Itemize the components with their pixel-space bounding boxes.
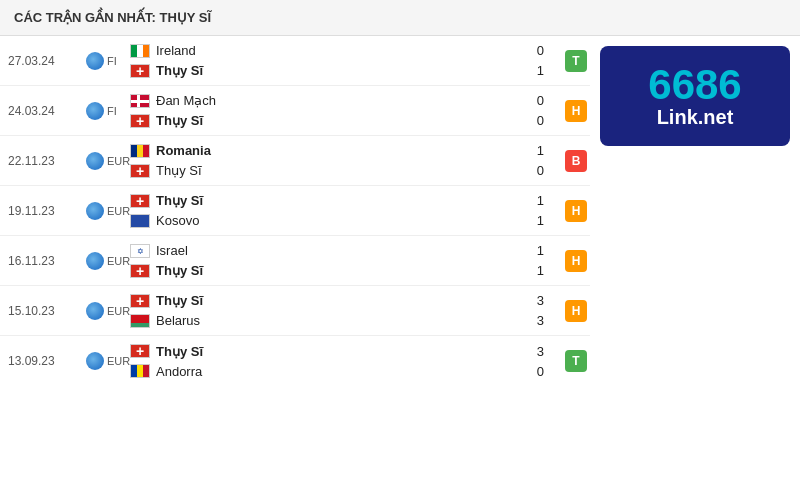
match-competition: EUR [86,352,136,370]
table-row: 24.03.24FIĐan Mạch0Thụy Sĩ0H [0,86,590,136]
team-name: Ireland [156,43,196,58]
team-name: Thụy Sĩ [156,113,203,128]
match-left-info: 16.11.23EUR [0,236,130,285]
team-row: Thụy Sĩ0 [130,162,554,179]
team-row: Romania1 [130,142,554,159]
advertisement-section[interactable]: 6686 Link.net [590,36,800,500]
match-date: 19.11.23 [8,204,80,218]
team-score: 0 [534,43,554,58]
match-competition: EUR [86,252,136,270]
table-row: 15.10.23EURThụy Sĩ3Belarus3H [0,286,590,336]
result-badge[interactable]: B [565,150,587,172]
teams-scores: Đan Mạch0Thụy Sĩ0 [130,86,554,135]
team-row: Belarus3 [130,312,554,329]
result-badge[interactable]: H [565,100,587,122]
match-left-info: 13.09.23EUR [0,336,130,386]
match-left-info: 27.03.24FI [0,36,130,85]
team-score: 1 [534,263,554,278]
match-competition: EUR [86,152,136,170]
ad-link: Link.net [657,106,734,129]
teams-scores: Romania1Thụy Sĩ0 [130,136,554,185]
team-name: Thụy Sĩ [156,163,202,178]
match-left-info: 24.03.24FI [0,86,130,135]
result-badge-container: H [554,236,590,285]
team-score: 1 [534,143,554,158]
match-date: 15.10.23 [8,304,80,318]
ad-number: 6686 [648,64,741,106]
header-title: CÁC TRẬN GẦN NHẤT: THỤY SĨ [14,10,211,25]
result-badge-container: H [554,286,590,335]
team-row: Kosovo1 [130,212,554,229]
team-score: 1 [534,243,554,258]
globe-icon [86,302,104,320]
team-name: Israel [156,243,188,258]
team-row: Andorra0 [130,363,554,380]
table-row: 22.11.23EURRomania1Thụy Sĩ0B [0,136,590,186]
team-score: 1 [534,213,554,228]
competition-label: FI [107,55,117,67]
team-score: 0 [534,93,554,108]
globe-icon [86,102,104,120]
team-score: 3 [534,293,554,308]
table-row: 19.11.23EURThụy Sĩ1Kosovo1H [0,186,590,236]
team-row: Đan Mạch0 [130,92,554,109]
team-name: Kosovo [156,213,199,228]
match-left-info: 22.11.23EUR [0,136,130,185]
result-badge[interactable]: H [565,200,587,222]
result-badge-container: T [554,36,590,85]
competition-label: EUR [107,355,130,367]
match-date: 13.09.23 [8,354,80,368]
competition-label: EUR [107,155,130,167]
table-row: 27.03.24FIIreland0Thụy Sĩ1T [0,36,590,86]
result-badge-container: H [554,186,590,235]
result-badge[interactable]: T [565,350,587,372]
globe-icon [86,152,104,170]
competition-label: EUR [107,205,130,217]
team-name: Romania [156,143,211,158]
globe-icon [86,52,104,70]
match-competition: EUR [86,202,136,220]
match-left-info: 15.10.23EUR [0,286,130,335]
match-date: 27.03.24 [8,54,80,68]
teams-scores: Thụy Sĩ3Belarus3 [130,286,554,335]
team-row: Thụy Sĩ0 [130,112,554,129]
table-row: 13.09.23EURThụy Sĩ3Andorra0T [0,336,590,386]
team-score: 3 [534,344,554,359]
flag-switzerland [130,114,150,128]
globe-icon [86,202,104,220]
flag-israel [130,244,150,258]
result-badge-container: H [554,86,590,135]
flag-belarus [130,314,150,328]
team-score: 0 [534,113,554,128]
result-badge-container: B [554,136,590,185]
flag-romania [130,144,150,158]
teams-scores: Israel1Thụy Sĩ1 [130,236,554,285]
team-score: 1 [534,63,554,78]
main-container: CÁC TRẬN GẦN NHẤT: THỤY SĨ 27.03.24FIIre… [0,0,800,500]
team-score: 1 [534,193,554,208]
team-name: Thụy Sĩ [156,293,203,308]
result-badge[interactable]: H [565,300,587,322]
team-row: Thụy Sĩ3 [130,292,554,309]
table-row: 16.11.23EURIsrael1Thụy Sĩ1H [0,236,590,286]
team-name: Thụy Sĩ [156,193,203,208]
flag-switzerland [130,294,150,308]
match-date: 24.03.24 [8,104,80,118]
flag-switzerland [130,164,150,178]
teams-scores: Ireland0Thụy Sĩ1 [130,36,554,85]
match-left-info: 19.11.23EUR [0,186,130,235]
team-row: Thụy Sĩ3 [130,343,554,360]
flag-andorra [130,364,150,378]
ad-box[interactable]: 6686 Link.net [600,46,790,146]
match-competition: FI [86,52,136,70]
flag-switzerland [130,194,150,208]
result-badge[interactable]: H [565,250,587,272]
section-header: CÁC TRẬN GẦN NHẤT: THỤY SĨ [0,0,800,36]
match-competition: FI [86,102,136,120]
result-badge[interactable]: T [565,50,587,72]
competition-label: EUR [107,255,130,267]
flag-switzerland [130,264,150,278]
team-name: Thụy Sĩ [156,263,203,278]
team-row: Thụy Sĩ1 [130,262,554,279]
match-competition: EUR [86,302,136,320]
